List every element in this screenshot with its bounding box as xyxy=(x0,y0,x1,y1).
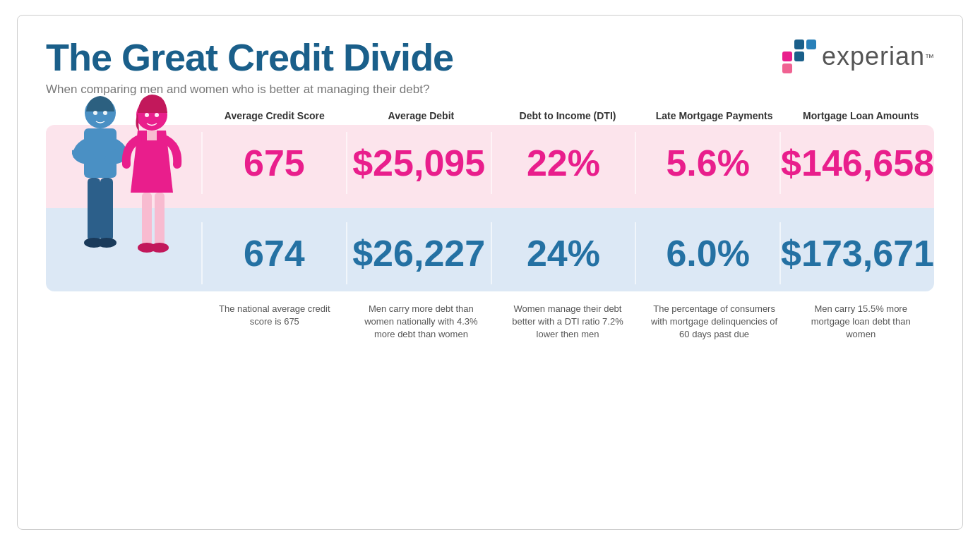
men-mortgage-loan: $173,671 xyxy=(779,222,934,284)
desc-avg-debit: Men carry more debt than women nationall… xyxy=(348,303,495,341)
experian-logo: experian™ xyxy=(782,40,934,73)
svg-rect-10 xyxy=(142,193,152,246)
infographic: The Great Credit Divide When comparing m… xyxy=(17,15,963,530)
experian-text: experian™ xyxy=(822,42,934,71)
descriptions-row: The national average credit score is 675… xyxy=(46,303,934,341)
men-avg-credit: 674 xyxy=(201,222,346,284)
svg-point-6 xyxy=(93,111,97,115)
svg-rect-3 xyxy=(100,178,113,241)
svg-point-14 xyxy=(145,113,149,117)
women-avg-debit: $25,095 xyxy=(346,132,491,194)
men-late-mortgage: 6.0% xyxy=(635,222,779,284)
col-header-avg-credit: Average Credit Score xyxy=(201,109,348,122)
svg-point-5 xyxy=(97,238,116,248)
svg-point-15 xyxy=(155,113,159,117)
svg-rect-9 xyxy=(147,131,157,140)
svg-rect-2 xyxy=(88,178,100,241)
col-header-mortgage-loan: Mortgage Loan Amounts xyxy=(787,109,934,122)
svg-point-13 xyxy=(150,243,169,253)
men-avg-debit: $26,227 xyxy=(346,222,491,284)
desc-mortgage-loan: Men carry 15.5% more mortgage loan debt … xyxy=(787,303,934,341)
women-dti: 22% xyxy=(491,132,635,194)
desc-dti: Women manage their debt better with a DT… xyxy=(494,303,641,341)
svg-rect-11 xyxy=(155,193,165,246)
women-avg-credit: 675 xyxy=(201,132,346,194)
men-dti: 24% xyxy=(491,222,635,284)
desc-avg-credit: The national average credit score is 675 xyxy=(201,303,348,341)
main-title: The Great Credit Divide xyxy=(46,37,453,78)
svg-point-7 xyxy=(103,111,107,115)
col-header-late-mortgage: Late Mortgage Payments xyxy=(641,109,788,122)
avatars-container xyxy=(46,125,201,291)
people-illustration xyxy=(47,83,196,291)
rows-container: 675 $25,095 22% 5.6% $146,658 674 $26,22… xyxy=(46,125,934,291)
women-mortgage-loan: $146,658 xyxy=(779,132,934,194)
table-section: Average Credit Score Average Debit Debt … xyxy=(46,109,934,341)
women-late-mortgage: 5.6% xyxy=(635,132,779,194)
col-header-dti: Debt to Income (DTI) xyxy=(494,109,641,122)
experian-dots-icon xyxy=(782,40,816,73)
desc-late-mortgage: The percentage of consumers with mortgag… xyxy=(641,303,788,341)
col-header-avg-debit: Average Debit xyxy=(348,109,495,122)
